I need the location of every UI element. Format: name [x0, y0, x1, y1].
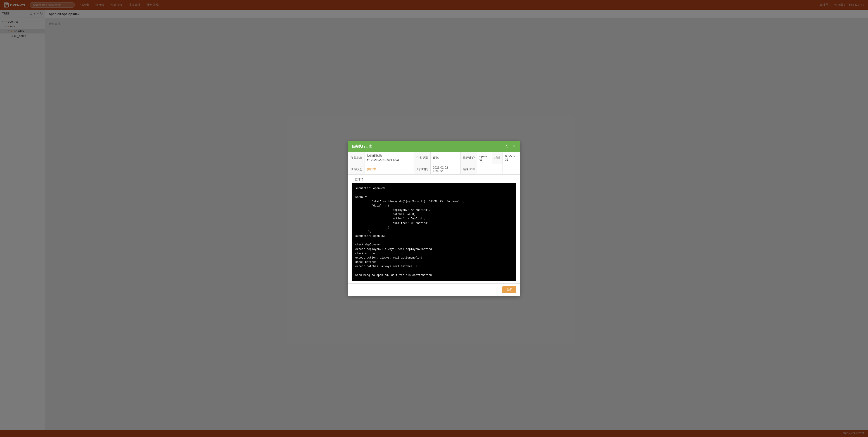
status-running-badge: 执行中 — [367, 167, 376, 171]
log-content[interactable]: submitter: open-c3 $VAR1 = { 'stat' => b… — [352, 183, 516, 281]
label-start-time: 开始时间 — [414, 164, 431, 175]
empty-cell-1 — [492, 164, 503, 175]
label-exec-account: 执行账户 — [461, 152, 477, 164]
info-row-1: 任务名称 快速审批插件-20210202180914093 任务类型 审批 执行… — [348, 152, 520, 164]
modal-header-actions: ↻ ✕ — [504, 144, 516, 149]
value-task-name: 快速审批插件-20210202180914093 — [365, 152, 414, 164]
info-table: 任务名称 快速审批插件-20210202180914093 任务类型 审批 执行… — [348, 152, 520, 175]
close-dialog-button[interactable]: 关闭 — [502, 286, 516, 293]
value-start-time: 2021-02-02 18:48:20 — [431, 164, 461, 175]
label-task-status: 任务状态 — [348, 164, 365, 175]
log-title: 日志详情 — [352, 177, 516, 181]
value-exec-account: open-c3 — [477, 152, 492, 164]
empty-cell-2 — [503, 164, 520, 175]
value-time-cost: 0:0-5:0-36 — [503, 152, 520, 164]
value-task-type: 审批 — [431, 152, 461, 164]
label-task-name: 任务名称 — [348, 152, 365, 164]
modal-header: 任务执行日志 ↻ ✕ — [348, 141, 520, 152]
info-row-2: 任务状态 执行中 开始时间 2021-02-02 18:48:20 结束时间 — [348, 164, 520, 175]
task-log-modal: 任务执行日志 ↻ ✕ 任务名称 快速审批插件-20210202180914093… — [348, 141, 520, 296]
value-task-status: 执行中 — [365, 164, 414, 175]
modal-refresh-button[interactable]: ↻ — [504, 144, 509, 149]
modal-overlay: 任务执行日志 ↻ ✕ 任务名称 快速审批插件-20210202180914093… — [0, 0, 868, 437]
log-section: 日志详情 submitter: open-c3 $VAR1 = { 'stat'… — [348, 175, 520, 283]
modal-close-button[interactable]: ✕ — [512, 144, 516, 149]
label-end-time: 结束时间 — [461, 164, 477, 175]
modal-footer: 关闭 — [348, 283, 520, 296]
label-task-type: 任务类型 — [414, 152, 431, 164]
modal-title: 任务执行日志 — [352, 144, 372, 149]
label-time-cost: 耗时 — [492, 152, 503, 164]
value-end-time — [477, 164, 492, 175]
